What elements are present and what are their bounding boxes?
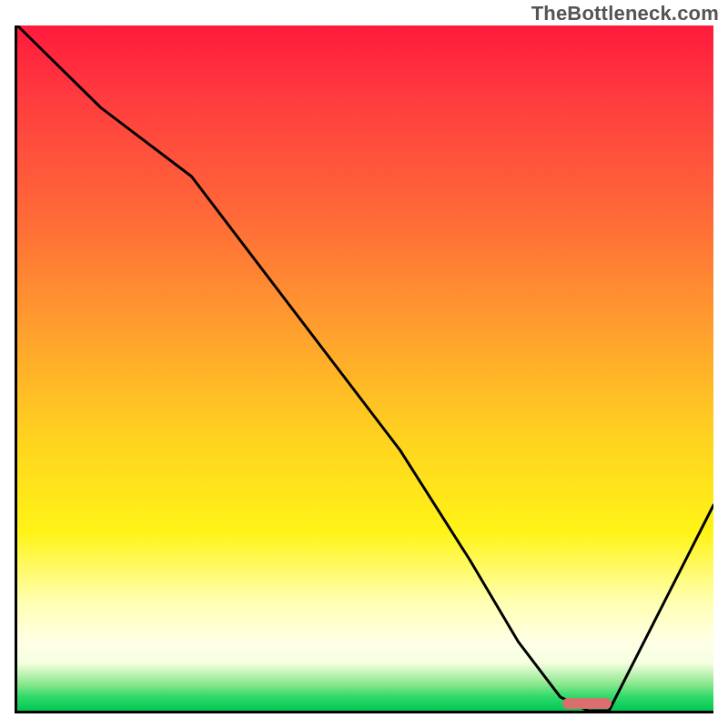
chart-container: TheBottleneck.com	[0, 0, 728, 728]
watermark-text: TheBottleneck.com	[531, 2, 719, 25]
optimal-range-marker	[562, 698, 612, 709]
plot-area	[15, 25, 713, 713]
bottleneck-curve	[17, 25, 713, 711]
